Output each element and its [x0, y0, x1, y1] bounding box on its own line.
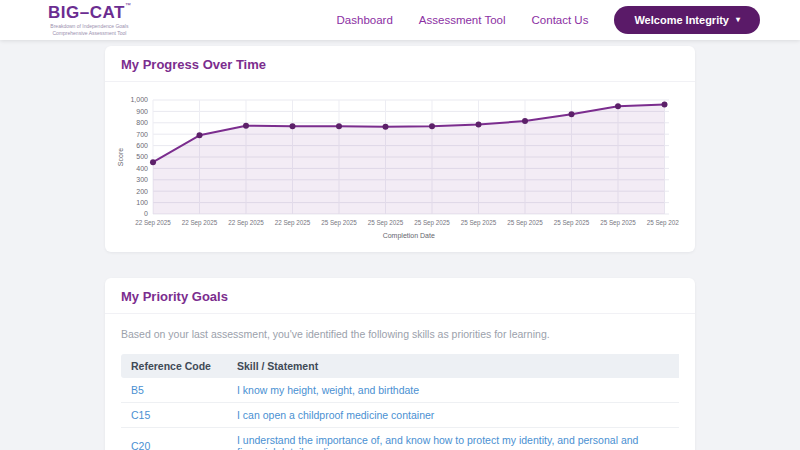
svg-text:500: 500 — [136, 153, 148, 160]
svg-text:25 Sep 2025: 25 Sep 2025 — [600, 219, 636, 227]
svg-text:200: 200 — [136, 188, 148, 195]
table-row: B5 I know my height, weight, and birthda… — [121, 378, 679, 403]
svg-text:22 Sep 2025: 22 Sep 2025 — [228, 219, 264, 227]
chevron-down-icon: ▾ — [736, 16, 740, 24]
svg-text:400: 400 — [136, 165, 148, 172]
goals-card-body: Based on your last assessment, you've id… — [105, 314, 695, 450]
progress-card: My Progress Over Time 010020030040050060… — [105, 46, 695, 252]
goal-statement-link[interactable]: I know my height, weight, and birthdate — [237, 384, 419, 396]
goals-description: Based on your last assessment, you've id… — [121, 328, 679, 340]
svg-text:900: 900 — [136, 108, 148, 115]
brand-name: BIG–CAT™ — [48, 4, 131, 21]
page-content: My Progress Over Time 010020030040050060… — [105, 46, 695, 450]
goals-card-header: My Priority Goals — [105, 278, 695, 314]
svg-text:1,000: 1,000 — [130, 96, 148, 103]
svg-text:25 Sep 2025: 25 Sep 2025 — [647, 219, 679, 227]
svg-text:600: 600 — [136, 142, 148, 149]
svg-text:300: 300 — [136, 176, 148, 183]
svg-text:25 Sep 2025: 25 Sep 2025 — [321, 219, 357, 227]
goal-statement-link[interactable]: I understand the importance of, and know… — [237, 434, 638, 450]
nav-item-dashboard[interactable]: Dashboard — [337, 14, 393, 26]
main-nav: Dashboard Assessment Tool Contact Us — [337, 14, 589, 26]
brand-logo[interactable]: BIG–CAT™ Breakdown of Independence Goals… — [48, 4, 131, 36]
table-row: C15 I can open a childproof medicine con… — [121, 403, 679, 428]
goals-table: Reference Code Skill / Statement B5 I kn… — [121, 354, 679, 450]
svg-text:25 Sep 2025: 25 Sep 2025 — [368, 219, 404, 227]
goals-card-title: My Priority Goals — [121, 289, 228, 304]
svg-text:25 Sep 2025: 25 Sep 2025 — [507, 219, 543, 227]
column-header-reference-code: Reference Code — [121, 354, 227, 378]
nav-item-contact-us[interactable]: Contact Us — [532, 14, 589, 26]
svg-text:25 Sep 2025: 25 Sep 2025 — [414, 219, 450, 227]
nav-item-assessment-tool[interactable]: Assessment Tool — [419, 14, 506, 26]
svg-text:22 Sep 2025: 22 Sep 2025 — [182, 219, 218, 227]
svg-text:700: 700 — [136, 131, 148, 138]
svg-text:22 Sep 2025: 22 Sep 2025 — [275, 219, 311, 227]
user-menu-button[interactable]: Welcome Integrity ▾ — [614, 6, 760, 34]
column-header-skill-statement: Skill / Statement — [227, 354, 679, 378]
progress-card-header: My Progress Over Time — [105, 46, 695, 82]
trademark-icon: ™ — [125, 2, 131, 8]
svg-text:22 Sep 2025: 22 Sep 2025 — [135, 219, 171, 227]
progress-chart-svg: 01002003004005006007008009001,00022 Sep … — [113, 92, 679, 244]
user-menu-label: Welcome Integrity — [634, 14, 729, 26]
svg-text:25 Sep 2025: 25 Sep 2025 — [461, 219, 497, 227]
svg-text:Completion Date: Completion Date — [383, 232, 435, 240]
svg-text:800: 800 — [136, 119, 148, 126]
goals-table-header-row: Reference Code Skill / Statement — [121, 354, 679, 378]
svg-text:100: 100 — [136, 199, 148, 206]
progress-chart: 01002003004005006007008009001,00022 Sep … — [105, 82, 695, 252]
goal-statement-link[interactable]: I can open a childproof medicine contain… — [237, 409, 434, 421]
goal-code-link[interactable]: C15 — [131, 409, 150, 421]
brand-tagline: Breakdown of Independence Goals Comprehe… — [50, 23, 128, 36]
top-navbar: BIG–CAT™ Breakdown of Independence Goals… — [0, 0, 800, 40]
svg-text:Score: Score — [117, 148, 124, 166]
table-row: C20 I understand the importance of, and … — [121, 428, 679, 450]
svg-text:25 Sep 2025: 25 Sep 2025 — [554, 219, 590, 227]
progress-card-title: My Progress Over Time — [121, 57, 266, 72]
svg-text:0: 0 — [144, 210, 148, 217]
goal-code-link[interactable]: B5 — [131, 384, 144, 396]
goal-code-link[interactable]: C20 — [131, 440, 150, 450]
goals-card: My Priority Goals Based on your last ass… — [105, 278, 695, 450]
